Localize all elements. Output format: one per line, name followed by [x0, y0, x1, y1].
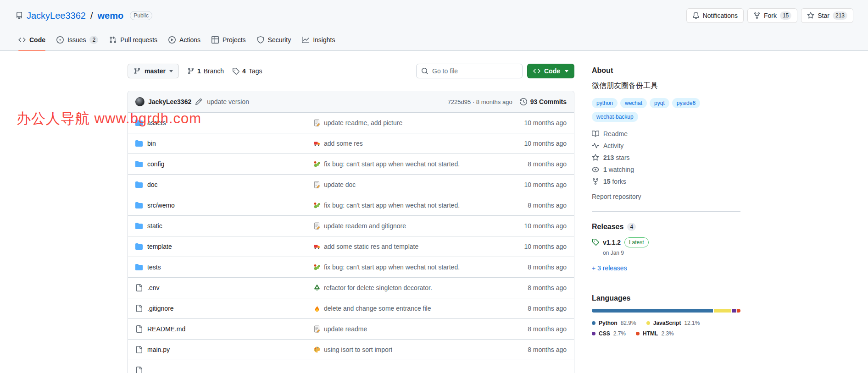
eye-icon	[592, 166, 599, 173]
commit-message-link[interactable]: refactor for delete singleton decorator.	[324, 284, 432, 291]
releases-title[interactable]: Releases	[592, 223, 623, 231]
language-bar-segment-python	[592, 309, 713, 313]
tab-projects[interactable]: Projects	[208, 29, 250, 50]
commit-message-link[interactable]: fix bug: can't start app when wechat not…	[324, 160, 460, 168]
repo-owner-link[interactable]: JackyLee3362	[27, 11, 86, 21]
commit-message-link[interactable]: using isort to sort import	[324, 346, 392, 353]
commit-message-link[interactable]: fix bug: can't start app when wechat not…	[324, 263, 460, 271]
tags-link[interactable]: 4 Tags	[232, 67, 262, 75]
bug-emoji-icon	[313, 263, 321, 271]
commit-date: 8 months ago	[498, 263, 567, 271]
tab-label: Actions	[179, 36, 200, 44]
language-percent: 82.9%	[621, 320, 636, 326]
commit-message-cell: using isort to sort import	[313, 346, 498, 353]
latest-release[interactable]: v1.1.2 Latest on Jan 9	[592, 237, 740, 256]
topic-wechat-backup[interactable]: wechat-backup	[592, 112, 638, 122]
commit-message-link[interactable]: update readme	[324, 325, 367, 333]
branch-selector-button[interactable]: master	[128, 64, 179, 78]
commit-message-link[interactable]: update doc	[324, 181, 356, 188]
tab-code[interactable]: Code	[15, 29, 49, 50]
about-meta-activity[interactable]: Activity	[592, 142, 740, 149]
file-name-link[interactable]: main.py	[147, 346, 170, 353]
tab-insights[interactable]: Insights	[298, 29, 339, 50]
commit-hash-time[interactable]: 7225d95 · 8 months ago	[448, 99, 512, 105]
more-releases-link[interactable]: + 3 releases	[592, 264, 627, 272]
notifications-button[interactable]: Notifications	[686, 8, 744, 23]
about-meta-readme[interactable]: Readme	[592, 130, 740, 137]
file-name-link[interactable]: src/wemo	[147, 202, 175, 209]
file-icon	[135, 367, 143, 373]
commit-author-link[interactable]: JackyLee3362	[148, 98, 191, 105]
commit-message-link[interactable]: fix bug: can't start app when wechat not…	[324, 202, 460, 209]
languages-section: Languages Python82.9%JavaScript12.1%CSS2…	[592, 283, 740, 348]
fork-button[interactable]: Fork15	[747, 8, 797, 23]
latest-commit-message-link[interactable]: update version	[207, 98, 249, 105]
topic-python[interactable]: python	[592, 98, 618, 108]
commit-time: 8 months ago	[476, 99, 512, 105]
tab-pull-requests[interactable]: Pull requests	[106, 29, 161, 50]
commit-meta: 7225d95 · 8 months ago 93 Commits	[448, 98, 567, 105]
file-name-link[interactable]: static	[147, 222, 162, 230]
file-name-cell: bin	[135, 140, 313, 147]
file-name-link[interactable]: doc	[147, 181, 158, 188]
commit-hash[interactable]: 7225d95	[448, 99, 471, 105]
tab-actions[interactable]: Actions	[165, 29, 204, 50]
file-name-cell: assets	[135, 119, 313, 126]
releases-count-badge: 4	[627, 223, 636, 231]
repo-name-link[interactable]: wemo	[98, 11, 124, 21]
commit-message-cell: update doc	[313, 181, 498, 188]
language-javascript[interactable]: JavaScript12.1%	[646, 320, 700, 326]
file-name-link[interactable]: template	[147, 243, 172, 250]
about-meta-watching[interactable]: 1 watching	[592, 166, 740, 173]
about-meta-forks[interactable]: 15 forks	[592, 178, 740, 185]
code-dropdown-button[interactable]: Code	[527, 64, 574, 78]
bell-icon	[692, 12, 700, 19]
commit-date: 8 months ago	[498, 305, 567, 312]
release-info: v1.1.2 Latest on Jan 9	[603, 237, 649, 256]
file-name-link[interactable]: tests	[147, 263, 161, 271]
go-to-file-input[interactable]	[432, 67, 517, 75]
language-dot	[636, 332, 640, 335]
pulse-icon	[592, 142, 599, 149]
table-row: src/wemofix bug: can't start app when we…	[128, 195, 574, 215]
about-section: About 微信朋友圈备份工具 pythonwechatpyqtpyside6w…	[592, 64, 740, 212]
topics-list: pythonwechatpyqtpyside6wechat-backup	[592, 98, 740, 122]
commit-message-link[interactable]: update readem and gitignore	[324, 222, 406, 230]
commit-history-link[interactable]: 93 Commits	[520, 98, 567, 105]
commit-message-link[interactable]: add some static res and template	[324, 243, 418, 250]
table-row: docupdate doc10 months ago	[128, 174, 574, 195]
topic-wechat[interactable]: wechat	[620, 98, 647, 108]
file-name-cell: .env	[135, 284, 313, 291]
star-button[interactable]: Star213	[801, 8, 853, 23]
about-meta-stars[interactable]: 213 stars	[592, 154, 740, 161]
language-python[interactable]: Python82.9%	[592, 320, 636, 326]
language-css[interactable]: CSS2.7%	[592, 330, 626, 337]
avatar[interactable]	[135, 97, 145, 106]
tab-security[interactable]: Security	[253, 29, 295, 50]
code-button-label: Code	[544, 67, 560, 75]
file-name-link[interactable]: .gitignore	[147, 305, 174, 312]
release-version[interactable]: v1.1.2	[603, 239, 621, 246]
file-name-link[interactable]: .env	[147, 284, 159, 291]
commit-message-link[interactable]: add some res	[324, 140, 363, 147]
branches-link[interactable]: 1 Branch	[187, 67, 224, 75]
tab-issues[interactable]: Issues2	[53, 29, 102, 50]
file-name-link[interactable]: bin	[147, 140, 156, 147]
meta-count: 15	[603, 178, 611, 185]
table-row: .gitignoredelete and change some entranc…	[128, 298, 574, 318]
dot-separator: ·	[473, 99, 474, 105]
folder-icon	[135, 202, 143, 209]
report-repository-link[interactable]: Report repository	[592, 193, 641, 200]
commit-message-link[interactable]: delete and change some entrance file	[324, 305, 431, 312]
topic-pyqt[interactable]: pyqt	[650, 98, 669, 108]
latest-badge: Latest	[624, 237, 649, 247]
language-dot	[646, 321, 650, 325]
topic-pyside6[interactable]: pyside6	[672, 98, 700, 108]
file-name-link[interactable]: README.md	[147, 325, 185, 333]
file-name-link[interactable]: assets	[147, 119, 166, 126]
languages-title: Languages	[592, 294, 630, 302]
language-html[interactable]: HTML2.3%	[636, 330, 674, 337]
tab-label: Issues	[67, 36, 86, 44]
file-name-link[interactable]: config	[147, 160, 164, 168]
commit-message-link[interactable]: update readme, add picture	[324, 119, 402, 126]
